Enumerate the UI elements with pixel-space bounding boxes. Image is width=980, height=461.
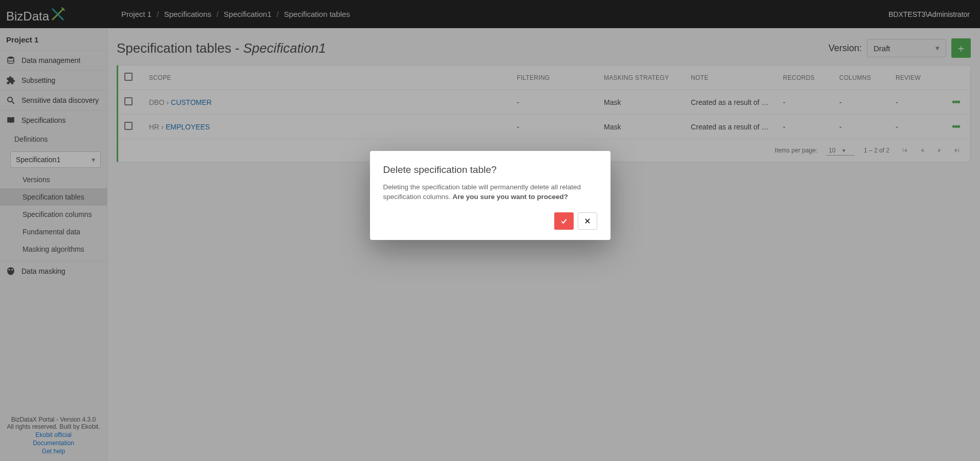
dialog-title: Delete specification table? <box>383 164 597 175</box>
dialog-body: Deleting the specification table will pe… <box>383 183 597 202</box>
check-icon <box>560 217 568 225</box>
delete-confirmation-dialog: Delete specification table? Deleting the… <box>370 151 611 240</box>
confirm-delete-button[interactable] <box>554 212 574 230</box>
cancel-button[interactable] <box>578 212 597 230</box>
modal-overlay[interactable]: Delete specification table? Deleting the… <box>0 0 980 461</box>
close-icon <box>584 217 591 225</box>
